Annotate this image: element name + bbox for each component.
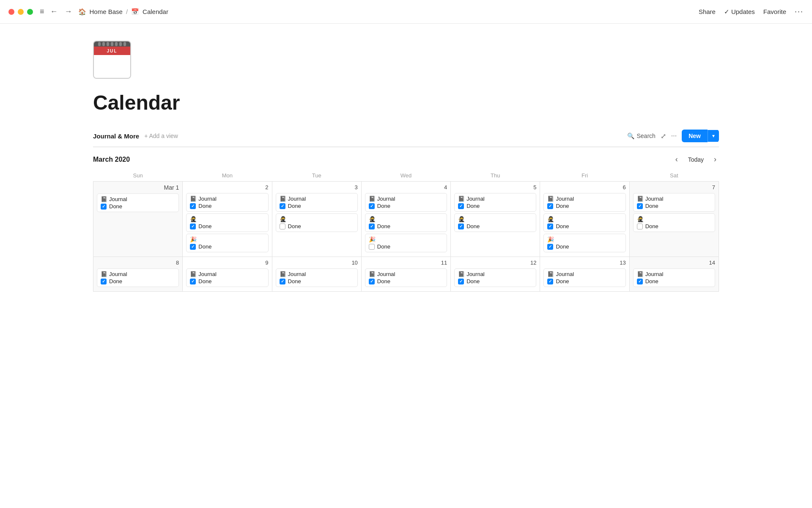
event-item-ninja[interactable]: 🥷 Done	[633, 213, 715, 232]
more-options-button[interactable]: ···	[795, 7, 804, 16]
done-row: Done	[547, 203, 622, 209]
event-item-journal[interactable]: 📓 Journal Done	[454, 268, 536, 287]
search-button[interactable]: 🔍 Search	[627, 133, 656, 139]
done-checkbox-checked[interactable]	[101, 204, 107, 210]
calendar-cell-12[interactable]: 12 📓 Journal Done	[451, 257, 540, 292]
sidebar-toggle-button[interactable]: ≡	[40, 7, 44, 16]
day-number: 7	[633, 184, 715, 190]
breadcrumb-home-label[interactable]: Home Base	[90, 8, 123, 15]
event-item-party[interactable]: 🎉 Done	[186, 234, 268, 252]
done-checkbox-checked[interactable]	[637, 279, 643, 284]
event-item-journal[interactable]: 📓 Journal Done	[633, 268, 715, 287]
event-item-journal[interactable]: 📓 Journal Done	[276, 193, 358, 212]
done-checkbox-checked[interactable]	[637, 203, 643, 209]
event-item[interactable]: 📓 Journal Done	[97, 193, 179, 212]
calendar-cell-9[interactable]: 9 📓 Journal Done	[183, 257, 272, 292]
done-checkbox-checked[interactable]	[547, 203, 553, 209]
event-label: Journal	[466, 196, 485, 202]
event-row: 🥷	[369, 216, 443, 222]
done-checkbox-checked[interactable]	[190, 203, 196, 209]
done-checkbox-checked[interactable]	[369, 203, 375, 209]
favorite-button[interactable]: Favorite	[763, 8, 786, 15]
prev-month-button[interactable]: ‹	[673, 154, 680, 165]
event-item-journal[interactable]: 📓 Journal Done	[97, 268, 179, 287]
view-name[interactable]: Journal & More	[93, 133, 139, 140]
event-item-journal[interactable]: 📓 Journal Done	[186, 268, 268, 287]
event-item-journal[interactable]: 📓 Journal Done	[543, 268, 625, 287]
view-bar: Journal & More + Add a view 🔍 Search ⤢ ·…	[93, 130, 719, 147]
done-checkbox-checked[interactable]	[280, 203, 285, 209]
event-item-ninja[interactable]: 🥷 Done	[365, 213, 447, 232]
check-icon: ✓	[724, 8, 730, 16]
event-item-journal[interactable]: 📓 Journal Done	[276, 268, 358, 287]
done-checkbox-unchecked[interactable]	[637, 224, 643, 229]
done-checkbox-checked[interactable]	[190, 224, 196, 229]
day-number: 11	[365, 260, 447, 266]
updates-button[interactable]: ✓ Updates	[724, 8, 755, 16]
event-item-ninja[interactable]: 🥷 Done	[543, 213, 625, 232]
event-item-journal[interactable]: 📓 Journal Done	[365, 193, 447, 212]
new-dropdown-button[interactable]: ▾	[708, 130, 719, 142]
calendar-cell-2[interactable]: 2 📓 Journal Done	[183, 182, 272, 257]
calendar-cell-3[interactable]: 3 📓 Journal Done	[272, 182, 361, 257]
event-item-journal[interactable]: 📓 Journal Done	[186, 193, 268, 212]
calendar-cell-10[interactable]: 10 📓 Journal Done	[272, 257, 361, 292]
done-checkbox-checked[interactable]	[190, 244, 196, 250]
done-label: Done	[466, 223, 480, 229]
calendar-cell-6[interactable]: 6 📓 Journal Done	[540, 182, 629, 257]
options-button[interactable]: ···	[671, 132, 677, 140]
new-button[interactable]: New	[682, 130, 708, 142]
back-button[interactable]: ←	[48, 6, 60, 17]
done-checkbox-checked[interactable]	[369, 224, 375, 229]
event-item-journal[interactable]: 📓 Journal Done	[543, 193, 625, 212]
calendar-cell-5[interactable]: 5 📓 Journal Done	[451, 182, 540, 257]
done-checkbox-checked[interactable]	[280, 279, 285, 284]
event-item-journal[interactable]: 📓 Journal Done	[365, 268, 447, 287]
minimize-button[interactable]	[18, 9, 24, 15]
done-checkbox-checked[interactable]	[458, 224, 464, 229]
add-view-button[interactable]: + Add a view	[144, 133, 178, 139]
next-month-button[interactable]: ›	[711, 154, 719, 165]
done-checkbox-unchecked[interactable]	[280, 224, 285, 229]
journal-icon: 📓	[190, 271, 197, 277]
done-checkbox-checked[interactable]	[458, 279, 464, 284]
close-button[interactable]	[8, 9, 14, 15]
done-checkbox-checked[interactable]	[547, 279, 553, 284]
done-checkbox-checked[interactable]	[547, 244, 553, 250]
traffic-lights	[8, 9, 33, 15]
maximize-button[interactable]	[27, 9, 33, 15]
calendar-cell-11[interactable]: 11 📓 Journal Done	[361, 257, 450, 292]
done-checkbox-checked[interactable]	[547, 224, 553, 229]
calendar-cell-8[interactable]: 8 📓 Journal Done	[93, 257, 183, 292]
event-row: 📓 Journal	[458, 196, 532, 202]
event-item-party[interactable]: 🎉 Done	[365, 234, 447, 252]
day-number: 9	[186, 260, 268, 266]
forward-button[interactable]: →	[62, 6, 75, 17]
done-checkbox-checked[interactable]	[101, 279, 107, 284]
share-button[interactable]: Share	[699, 8, 716, 15]
event-item-ninja[interactable]: 🥷 Done	[454, 213, 536, 232]
calendar-cell-14[interactable]: 14 📓 Journal Done	[629, 257, 719, 292]
event-item-ninja[interactable]: 🥷 Done	[186, 213, 268, 232]
calendar-cell-4[interactable]: 4 📓 Journal Done	[361, 182, 450, 257]
done-checkbox-checked[interactable]	[458, 203, 464, 209]
calendar-navigation: ‹ Today ›	[673, 154, 719, 165]
done-checkbox-checked[interactable]	[190, 279, 196, 284]
expand-button[interactable]: ⤢	[661, 132, 666, 140]
calendar-cell-mar1[interactable]: Mar 1 📓 Journal Done	[93, 182, 183, 257]
today-button[interactable]: Today	[684, 155, 708, 165]
done-checkbox-checked[interactable]	[369, 279, 375, 284]
event-row: 📓 Journal	[369, 196, 443, 202]
event-item-party[interactable]: 🎉 Done	[543, 234, 625, 252]
calendar-cell-13[interactable]: 13 📓 Journal Done	[540, 257, 629, 292]
event-item-journal[interactable]: 📓 Journal Done	[454, 193, 536, 212]
done-checkbox-unchecked[interactable]	[369, 244, 375, 250]
done-label: Done	[556, 243, 569, 250]
calendar-section: March 2020 ‹ Today › Sun Mon Tue Wed Thu…	[93, 154, 719, 292]
titlebar-right: Share ✓ Updates Favorite ···	[699, 7, 804, 16]
event-item-ninja[interactable]: 🥷 Done	[276, 213, 358, 232]
done-label: Done	[288, 278, 301, 284]
breadcrumb-calendar-label[interactable]: Calendar	[143, 8, 168, 15]
event-item-journal[interactable]: 📓 Journal Done	[633, 193, 715, 212]
calendar-cell-7[interactable]: 7 📓 Journal Done	[629, 182, 719, 257]
